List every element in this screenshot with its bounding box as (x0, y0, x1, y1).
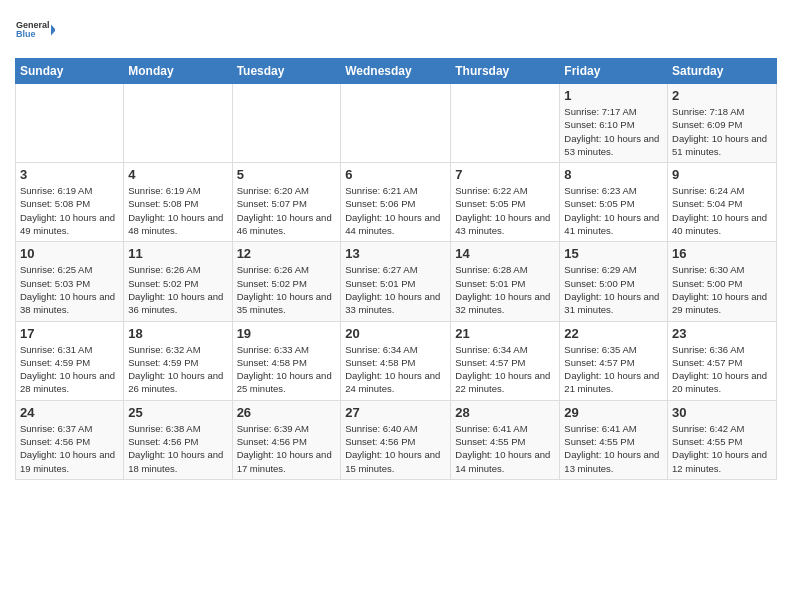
logo-svg: General Blue (15, 10, 55, 50)
day-cell: 20Sunrise: 6:34 AM Sunset: 4:58 PM Dayli… (341, 321, 451, 400)
day-cell: 14Sunrise: 6:28 AM Sunset: 5:01 PM Dayli… (451, 242, 560, 321)
day-info: Sunrise: 6:28 AM Sunset: 5:01 PM Dayligh… (455, 263, 555, 316)
day-cell: 21Sunrise: 6:34 AM Sunset: 4:57 PM Dayli… (451, 321, 560, 400)
day-cell: 26Sunrise: 6:39 AM Sunset: 4:56 PM Dayli… (232, 400, 341, 479)
week-row-2: 3Sunrise: 6:19 AM Sunset: 5:08 PM Daylig… (16, 163, 777, 242)
day-cell: 3Sunrise: 6:19 AM Sunset: 5:08 PM Daylig… (16, 163, 124, 242)
day-info: Sunrise: 6:37 AM Sunset: 4:56 PM Dayligh… (20, 422, 119, 475)
day-cell: 13Sunrise: 6:27 AM Sunset: 5:01 PM Dayli… (341, 242, 451, 321)
day-number: 14 (455, 246, 555, 261)
day-info: Sunrise: 6:27 AM Sunset: 5:01 PM Dayligh… (345, 263, 446, 316)
col-header-thursday: Thursday (451, 59, 560, 84)
day-cell: 15Sunrise: 6:29 AM Sunset: 5:00 PM Dayli… (560, 242, 668, 321)
day-number: 19 (237, 326, 337, 341)
day-info: Sunrise: 6:26 AM Sunset: 5:02 PM Dayligh… (237, 263, 337, 316)
day-number: 29 (564, 405, 663, 420)
day-info: Sunrise: 6:38 AM Sunset: 4:56 PM Dayligh… (128, 422, 227, 475)
day-number: 20 (345, 326, 446, 341)
day-cell (232, 84, 341, 163)
day-info: Sunrise: 6:42 AM Sunset: 4:55 PM Dayligh… (672, 422, 772, 475)
day-number: 23 (672, 326, 772, 341)
day-info: Sunrise: 6:29 AM Sunset: 5:00 PM Dayligh… (564, 263, 663, 316)
day-cell: 29Sunrise: 6:41 AM Sunset: 4:55 PM Dayli… (560, 400, 668, 479)
logo-general-text: General (16, 20, 50, 30)
day-info: Sunrise: 6:41 AM Sunset: 4:55 PM Dayligh… (455, 422, 555, 475)
day-info: Sunrise: 6:30 AM Sunset: 5:00 PM Dayligh… (672, 263, 772, 316)
col-header-wednesday: Wednesday (341, 59, 451, 84)
day-number: 6 (345, 167, 446, 182)
col-header-tuesday: Tuesday (232, 59, 341, 84)
col-header-saturday: Saturday (668, 59, 777, 84)
day-info: Sunrise: 7:17 AM Sunset: 6:10 PM Dayligh… (564, 105, 663, 158)
day-cell: 24Sunrise: 6:37 AM Sunset: 4:56 PM Dayli… (16, 400, 124, 479)
day-info: Sunrise: 6:32 AM Sunset: 4:59 PM Dayligh… (128, 343, 227, 396)
day-number: 10 (20, 246, 119, 261)
day-number: 9 (672, 167, 772, 182)
day-number: 7 (455, 167, 555, 182)
day-number: 26 (237, 405, 337, 420)
day-cell: 10Sunrise: 6:25 AM Sunset: 5:03 PM Dayli… (16, 242, 124, 321)
col-header-friday: Friday (560, 59, 668, 84)
day-info: Sunrise: 6:25 AM Sunset: 5:03 PM Dayligh… (20, 263, 119, 316)
day-number: 4 (128, 167, 227, 182)
day-cell: 7Sunrise: 6:22 AM Sunset: 5:05 PM Daylig… (451, 163, 560, 242)
day-number: 28 (455, 405, 555, 420)
col-header-monday: Monday (124, 59, 232, 84)
day-number: 11 (128, 246, 227, 261)
day-cell: 8Sunrise: 6:23 AM Sunset: 5:05 PM Daylig… (560, 163, 668, 242)
day-cell: 18Sunrise: 6:32 AM Sunset: 4:59 PM Dayli… (124, 321, 232, 400)
day-info: Sunrise: 6:34 AM Sunset: 4:58 PM Dayligh… (345, 343, 446, 396)
day-info: Sunrise: 6:23 AM Sunset: 5:05 PM Dayligh… (564, 184, 663, 237)
header: General Blue (15, 10, 777, 50)
day-info: Sunrise: 6:22 AM Sunset: 5:05 PM Dayligh… (455, 184, 555, 237)
day-number: 3 (20, 167, 119, 182)
day-info: Sunrise: 6:21 AM Sunset: 5:06 PM Dayligh… (345, 184, 446, 237)
day-cell: 17Sunrise: 6:31 AM Sunset: 4:59 PM Dayli… (16, 321, 124, 400)
day-number: 5 (237, 167, 337, 182)
day-number: 24 (20, 405, 119, 420)
day-number: 30 (672, 405, 772, 420)
day-cell: 1Sunrise: 7:17 AM Sunset: 6:10 PM Daylig… (560, 84, 668, 163)
day-number: 15 (564, 246, 663, 261)
day-number: 13 (345, 246, 446, 261)
day-info: Sunrise: 7:18 AM Sunset: 6:09 PM Dayligh… (672, 105, 772, 158)
day-info: Sunrise: 6:19 AM Sunset: 5:08 PM Dayligh… (128, 184, 227, 237)
col-header-sunday: Sunday (16, 59, 124, 84)
day-number: 22 (564, 326, 663, 341)
day-number: 12 (237, 246, 337, 261)
day-cell: 23Sunrise: 6:36 AM Sunset: 4:57 PM Dayli… (668, 321, 777, 400)
calendar-table: SundayMondayTuesdayWednesdayThursdayFrid… (15, 58, 777, 480)
day-cell: 27Sunrise: 6:40 AM Sunset: 4:56 PM Dayli… (341, 400, 451, 479)
day-number: 8 (564, 167, 663, 182)
day-number: 27 (345, 405, 446, 420)
day-cell: 11Sunrise: 6:26 AM Sunset: 5:02 PM Dayli… (124, 242, 232, 321)
logo-arrow (51, 25, 55, 36)
week-row-5: 24Sunrise: 6:37 AM Sunset: 4:56 PM Dayli… (16, 400, 777, 479)
day-cell: 16Sunrise: 6:30 AM Sunset: 5:00 PM Dayli… (668, 242, 777, 321)
day-cell: 30Sunrise: 6:42 AM Sunset: 4:55 PM Dayli… (668, 400, 777, 479)
header-row: SundayMondayTuesdayWednesdayThursdayFrid… (16, 59, 777, 84)
day-info: Sunrise: 6:31 AM Sunset: 4:59 PM Dayligh… (20, 343, 119, 396)
day-info: Sunrise: 6:36 AM Sunset: 4:57 PM Dayligh… (672, 343, 772, 396)
day-number: 17 (20, 326, 119, 341)
day-info: Sunrise: 6:33 AM Sunset: 4:58 PM Dayligh… (237, 343, 337, 396)
day-cell (124, 84, 232, 163)
day-cell: 6Sunrise: 6:21 AM Sunset: 5:06 PM Daylig… (341, 163, 451, 242)
day-number: 18 (128, 326, 227, 341)
day-info: Sunrise: 6:41 AM Sunset: 4:55 PM Dayligh… (564, 422, 663, 475)
day-info: Sunrise: 6:40 AM Sunset: 4:56 PM Dayligh… (345, 422, 446, 475)
day-number: 25 (128, 405, 227, 420)
day-cell: 2Sunrise: 7:18 AM Sunset: 6:09 PM Daylig… (668, 84, 777, 163)
logo-container: General Blue (15, 10, 55, 50)
day-cell: 5Sunrise: 6:20 AM Sunset: 5:07 PM Daylig… (232, 163, 341, 242)
day-cell: 25Sunrise: 6:38 AM Sunset: 4:56 PM Dayli… (124, 400, 232, 479)
day-number: 2 (672, 88, 772, 103)
day-cell (16, 84, 124, 163)
logo-blue-text: Blue (16, 29, 36, 39)
day-cell: 19Sunrise: 6:33 AM Sunset: 4:58 PM Dayli… (232, 321, 341, 400)
day-cell (451, 84, 560, 163)
day-cell: 22Sunrise: 6:35 AM Sunset: 4:57 PM Dayli… (560, 321, 668, 400)
day-cell: 28Sunrise: 6:41 AM Sunset: 4:55 PM Dayli… (451, 400, 560, 479)
day-cell (341, 84, 451, 163)
week-row-4: 17Sunrise: 6:31 AM Sunset: 4:59 PM Dayli… (16, 321, 777, 400)
